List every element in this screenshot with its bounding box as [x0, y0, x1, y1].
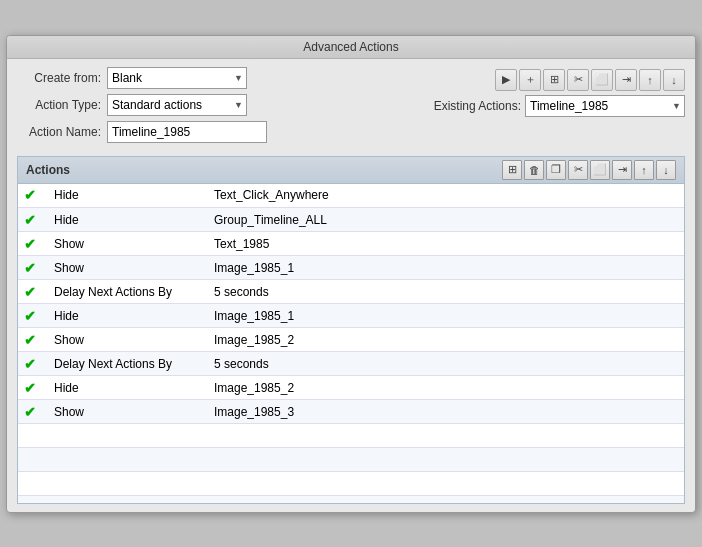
action-type-label: Action Type:: [17, 98, 107, 112]
action-delete-btn[interactable]: 🗑: [524, 160, 544, 180]
table-row[interactable]: ✔ Delay Next Actions By 5 seconds: [18, 280, 684, 304]
empty-row: [18, 424, 684, 448]
row-check: ✔: [18, 256, 48, 280]
up-top-button[interactable]: ↑: [639, 69, 661, 91]
table-row[interactable]: ✔ Hide Group_Timeline_ALL: [18, 208, 684, 232]
right-section: ▶ ＋ ⊞ ✂ ⬜ ⇥ ↑ ↓ Existing Actions: Timeli…: [434, 67, 685, 117]
row-action: Hide: [48, 184, 208, 208]
row-action: Hide: [48, 208, 208, 232]
actions-section: Actions ⊞ 🗑 ❐ ✂ ⬜ ⇥ ↑ ↓ ✔ Hide T: [17, 156, 685, 504]
check-icon: ✔: [24, 332, 36, 348]
cut-top-button[interactable]: ✂: [567, 69, 589, 91]
action-name-input[interactable]: [107, 121, 267, 143]
action-indent-btn[interactable]: ⇥: [612, 160, 632, 180]
table-row[interactable]: ✔ Show Text_1985: [18, 232, 684, 256]
actions-section-title: Actions: [26, 163, 70, 177]
row-action: Delay Next Actions By: [48, 280, 208, 304]
row-action: Show: [48, 232, 208, 256]
check-icon: ✔: [24, 404, 36, 420]
action-paste-btn[interactable]: ⬜: [590, 160, 610, 180]
row-action: Hide: [48, 376, 208, 400]
row-target: Text_1985: [208, 232, 684, 256]
row-target: Text_Click_Anywhere: [208, 184, 684, 208]
check-icon: ✔: [24, 308, 36, 324]
actions-toolbar: ⊞ 🗑 ❐ ✂ ⬜ ⇥ ↑ ↓: [502, 160, 676, 180]
action-duplicate-btn[interactable]: ❐: [546, 160, 566, 180]
row-target: Image_1985_3: [208, 400, 684, 424]
table-row[interactable]: ✔ Show Image_1985_2: [18, 328, 684, 352]
action-type-select-wrapper[interactable]: Standard actions: [107, 94, 247, 116]
actions-header: Actions ⊞ 🗑 ❐ ✂ ⬜ ⇥ ↑ ↓: [17, 156, 685, 184]
table-row[interactable]: ✔ Hide Image_1985_2: [18, 376, 684, 400]
action-down-btn[interactable]: ↓: [656, 160, 676, 180]
down-top-button[interactable]: ↓: [663, 69, 685, 91]
action-name-label: Action Name:: [17, 125, 107, 139]
row-action: Show: [48, 328, 208, 352]
row-check: ✔: [18, 304, 48, 328]
actions-table: ✔ Hide Text_Click_Anywhere ✔ Hide Group_…: [18, 184, 684, 504]
row-action: Delay Next Actions By: [48, 352, 208, 376]
row-action: Show: [48, 400, 208, 424]
left-forms: Create from: Blank Action Type: Standard…: [17, 67, 267, 148]
table-row[interactable]: ✔ Show Image_1985_1: [18, 256, 684, 280]
create-from-label: Create from:: [17, 71, 107, 85]
row-target: Image_1985_1: [208, 256, 684, 280]
action-add-btn[interactable]: ⊞: [502, 160, 522, 180]
check-icon: ✔: [24, 187, 36, 203]
existing-actions-row: Existing Actions: Timeline_1985: [434, 95, 685, 117]
check-icon: ✔: [24, 212, 36, 228]
table-row[interactable]: ✔ Delay Next Actions By 5 seconds: [18, 352, 684, 376]
existing-actions-label: Existing Actions:: [434, 99, 521, 113]
table-row[interactable]: ✔ Hide Text_Click_Anywhere: [18, 184, 684, 208]
title-bar: Advanced Actions: [7, 36, 695, 59]
empty-row: [18, 496, 684, 504]
check-icon: ✔: [24, 380, 36, 396]
row-check: ✔: [18, 328, 48, 352]
create-from-select[interactable]: Blank: [107, 67, 247, 89]
row-action: Show: [48, 256, 208, 280]
row-check: ✔: [18, 208, 48, 232]
copy-top-button[interactable]: ⊞: [543, 69, 565, 91]
row-check: ✔: [18, 232, 48, 256]
action-type-row: Action Type: Standard actions: [17, 94, 267, 116]
row-check: ✔: [18, 400, 48, 424]
check-icon: ✔: [24, 236, 36, 252]
top-row: Create from: Blank Action Type: Standard…: [17, 67, 685, 148]
row-target: Image_1985_1: [208, 304, 684, 328]
check-icon: ✔: [24, 356, 36, 372]
row-target: Image_1985_2: [208, 328, 684, 352]
row-check: ✔: [18, 184, 48, 208]
create-from-row: Create from: Blank: [17, 67, 267, 89]
toolbar-top: ▶ ＋ ⊞ ✂ ⬜ ⇥ ↑ ↓: [495, 69, 685, 91]
existing-actions-select[interactable]: Timeline_1985: [525, 95, 685, 117]
empty-row: [18, 448, 684, 472]
action-up-btn[interactable]: ↑: [634, 160, 654, 180]
table-row[interactable]: ✔ Show Image_1985_3: [18, 400, 684, 424]
row-target: Image_1985_2: [208, 376, 684, 400]
action-type-select[interactable]: Standard actions: [107, 94, 247, 116]
window-title: Advanced Actions: [303, 40, 398, 54]
row-action: Hide: [48, 304, 208, 328]
row-check: ✔: [18, 352, 48, 376]
row-target: 5 seconds: [208, 280, 684, 304]
content-area: Create from: Blank Action Type: Standard…: [7, 59, 695, 512]
row-target: 5 seconds: [208, 352, 684, 376]
row-target: Group_Timeline_ALL: [208, 208, 684, 232]
action-cut-btn[interactable]: ✂: [568, 160, 588, 180]
add-top-button[interactable]: ＋: [519, 69, 541, 91]
row-check: ✔: [18, 280, 48, 304]
action-name-row: Action Name:: [17, 121, 267, 143]
paste-top-button[interactable]: ⬜: [591, 69, 613, 91]
empty-row: [18, 472, 684, 496]
row-check: ✔: [18, 376, 48, 400]
existing-actions-select-wrapper[interactable]: Timeline_1985: [525, 95, 685, 117]
create-from-select-wrapper[interactable]: Blank: [107, 67, 247, 89]
actions-table-wrapper: ✔ Hide Text_Click_Anywhere ✔ Hide Group_…: [17, 184, 685, 504]
indent-top-button[interactable]: ⇥: [615, 69, 637, 91]
main-window: Advanced Actions Create from: Blank Acti…: [6, 35, 696, 513]
play-button[interactable]: ▶: [495, 69, 517, 91]
check-icon: ✔: [24, 260, 36, 276]
check-icon: ✔: [24, 284, 36, 300]
table-row[interactable]: ✔ Hide Image_1985_1: [18, 304, 684, 328]
